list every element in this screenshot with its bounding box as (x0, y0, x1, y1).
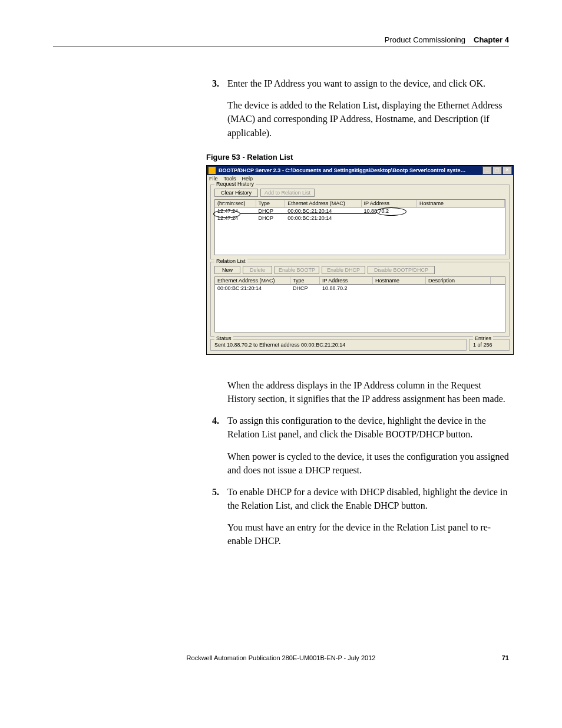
request-history-group: Request History Clear History Add to Rel… (210, 185, 510, 259)
page-number: 71 (502, 654, 509, 661)
col-host[interactable]: Hostname (417, 200, 505, 207)
col-mac[interactable]: Ethernet Address (MAC) (285, 200, 361, 207)
step-3-para: The device is added to the Relation List… (227, 98, 509, 140)
disable-bootp-dhcp-button[interactable]: Disable BOOTP/DHCP (368, 266, 435, 274)
col-time[interactable]: (hr:min:sec) (215, 200, 256, 207)
col-mac[interactable]: Ethernet Address (MAC) (215, 277, 290, 284)
delete-button[interactable]: Delete (243, 266, 272, 274)
header-section: Product Commissioning (385, 35, 465, 44)
step-number: 3. (212, 77, 227, 90)
annotation-arrow (240, 213, 376, 214)
annotation-ellipse-ip (376, 207, 406, 216)
table-row[interactable]: 12:47:24 DHCP 00:00:BC:21:20:14 (215, 215, 505, 222)
relation-list-header: Ethernet Address (MAC) Type IP Address H… (214, 276, 505, 285)
col-description[interactable]: Description (426, 277, 491, 284)
col-ip[interactable]: IP Address (362, 200, 417, 207)
col-type[interactable]: Type (256, 200, 286, 207)
window-titlebar[interactable]: BOOTP/DHCP Server 2.3 - C:\Documents and… (207, 166, 513, 175)
status-label: Status (214, 335, 233, 341)
entries-box: Entries 1 of 256 (469, 339, 510, 351)
enable-dhcp-button[interactable]: Enable DHCP (322, 266, 365, 274)
step-text: To assign this configuration to the devi… (227, 414, 509, 441)
relation-list[interactable]: 00:00:BC:21:20:14 DHCP 10.88.70.2 (214, 285, 505, 332)
step-5-para: You must have an entry for the device in… (227, 521, 509, 548)
after-figure-para: When the address displays in the IP Addr… (227, 378, 509, 406)
status-box: Status Sent 10.88.70.2 to Ethernet addre… (210, 339, 467, 351)
figure-caption: Figure 53 - Relation List (206, 153, 509, 162)
step-3: 3. Enter the IP Address you want to assi… (212, 77, 509, 90)
request-history-label: Request History (214, 181, 256, 187)
page-footer: Rockwell Automation Publication 280E-UM0… (53, 654, 509, 661)
page-header: Product Commissioning Chapter 4 (53, 35, 509, 47)
header-chapter: Chapter 4 (474, 35, 509, 44)
clear-history-button[interactable]: Clear History (214, 189, 258, 197)
col-type[interactable]: Type (290, 277, 320, 284)
new-button[interactable]: New (214, 266, 240, 274)
footer-publication: Rockwell Automation Publication 280E-UM0… (187, 654, 376, 661)
step-text: To enable DHCP for a device with DHCP di… (227, 485, 509, 512)
step-4-para: When power is cycled to the device, it u… (227, 450, 509, 477)
step-number: 4. (212, 414, 227, 441)
relation-list-label: Relation List (214, 258, 247, 264)
col-ip[interactable]: IP Address (320, 277, 373, 284)
relation-list-group: Relation List New Delete Enable BOOTP En… (210, 262, 510, 337)
step-5: 5. To enable DHCP for a device with DHCP… (212, 485, 509, 512)
step-4: 4. To assign this configuration to the d… (212, 414, 509, 441)
step-text: Enter the IP Address you want to assign … (227, 77, 509, 90)
maximize-button[interactable]: □ (492, 166, 502, 174)
enable-bootp-button[interactable]: Enable BOOTP (275, 266, 319, 274)
request-history-header: (hr:min:sec) Type Ethernet Address (MAC)… (214, 199, 505, 207)
app-icon (208, 166, 216, 174)
table-row[interactable]: 00:00:BC:21:20:14 DHCP 10.88.70.2 (215, 285, 505, 292)
request-history-list[interactable]: 12:47:24 DHCP 00:00:BC:21:20:14 10.88.70… (214, 207, 505, 255)
col-hostname[interactable]: Hostname (373, 277, 426, 284)
entries-text: 1 of 256 (473, 342, 492, 348)
annotation-ellipse-time (213, 210, 240, 218)
close-button[interactable]: × (503, 166, 512, 174)
bootp-window: BOOTP/DHCP Server 2.3 - C:\Documents and… (206, 165, 514, 355)
minimize-button[interactable]: _ (482, 166, 492, 174)
window-title: BOOTP/DHCP Server 2.3 - C:\Documents and… (219, 167, 465, 173)
entries-label: Entries (473, 335, 493, 341)
add-to-relation-list-button[interactable]: Add to Relation List (260, 189, 315, 197)
status-text: Sent 10.88.70.2 to Ethernet address 00:0… (214, 342, 345, 348)
step-number: 5. (212, 485, 227, 512)
